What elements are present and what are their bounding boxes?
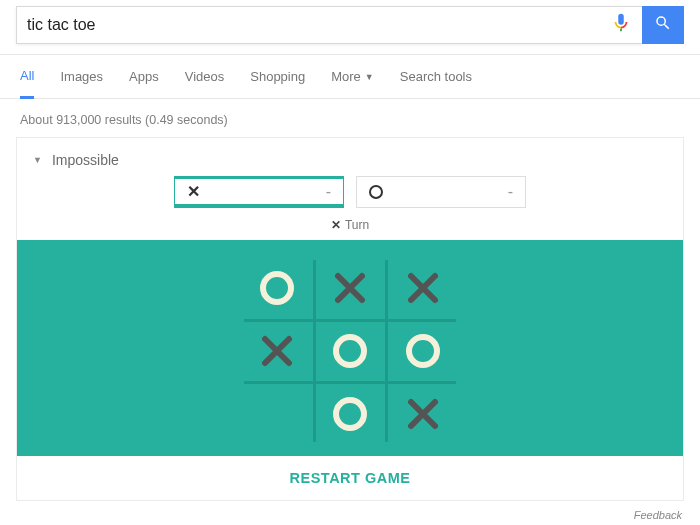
restart-button[interactable]: RESTART GAME [17,456,683,500]
difficulty-label: Impossible [52,152,119,168]
board-cell[interactable] [387,319,460,382]
tab-more[interactable]: More▼ [331,55,374,98]
search-button[interactable] [642,6,684,44]
search-tabs: All Images Apps Videos Shopping More▼ Se… [0,55,700,99]
svg-point-1 [336,337,364,365]
tab-images[interactable]: Images [60,55,103,98]
svg-point-0 [263,274,291,302]
board-cell[interactable] [313,383,386,446]
results-meta: About 913,000 results (0.49 seconds) [0,99,700,137]
board-cell[interactable] [240,256,313,319]
search-icon [654,14,672,36]
board-cell[interactable] [240,383,313,446]
tictactoe-card: ▼ Impossible ✕ - - ✕Turn RESTART GAME [16,137,684,501]
difficulty-selector[interactable]: ▼ Impossible [17,138,683,176]
o-mark-icon [369,185,383,199]
search-box[interactable] [16,6,642,44]
tab-apps[interactable]: Apps [129,55,159,98]
tab-search-tools[interactable]: Search tools [400,55,472,98]
search-input[interactable] [17,16,600,34]
tab-all[interactable]: All [20,56,34,99]
turn-indicator: ✕Turn [17,214,683,240]
score-o[interactable]: - [356,176,526,208]
turn-mark: ✕ [331,218,341,232]
board-cell[interactable] [313,319,386,382]
svg-point-3 [336,400,364,428]
board-cell[interactable] [313,256,386,319]
score-x-value: - [326,183,331,201]
game-board [240,256,460,446]
score-x[interactable]: ✕ - [174,176,344,208]
voice-icon[interactable] [600,12,642,38]
feedback-link[interactable]: Feedback [0,505,700,525]
score-row: ✕ - - [17,176,683,214]
svg-point-2 [409,337,437,365]
chevron-down-icon: ▼ [33,155,42,165]
turn-label: Turn [345,218,369,232]
board-cell[interactable] [240,319,313,382]
score-o-value: - [508,183,513,201]
tab-videos[interactable]: Videos [185,55,225,98]
x-mark-icon: ✕ [187,182,200,201]
search-bar [0,0,700,55]
board-cell[interactable] [387,256,460,319]
tab-shopping[interactable]: Shopping [250,55,305,98]
board-area [17,240,683,456]
board-cell[interactable] [387,383,460,446]
chevron-down-icon: ▼ [365,72,374,82]
